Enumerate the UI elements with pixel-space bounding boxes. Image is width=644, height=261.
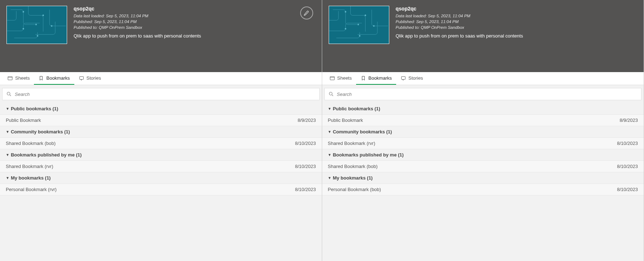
group-public[interactable]: ▼Public bookmarks (1) xyxy=(0,103,322,115)
bookmark-item[interactable]: Shared Bookmark (bob)8/10/2023 xyxy=(322,161,644,172)
chevron-down-icon: ▼ xyxy=(328,153,332,157)
item-date: 8/9/2023 xyxy=(298,118,316,123)
svg-rect-6 xyxy=(8,76,12,80)
item-name: Personal Bookmark (rvr) xyxy=(6,187,57,192)
svg-rect-15 xyxy=(330,76,334,80)
app-title: qsop2qc xyxy=(74,6,315,12)
bookmark-item[interactable]: Shared Bookmark (bob)8/10/2023 xyxy=(0,138,322,149)
chevron-down-icon: ▼ xyxy=(6,130,9,134)
pencil-icon xyxy=(303,10,310,16)
tab-bookmarks-label: Bookmarks xyxy=(46,75,70,81)
svg-point-12 xyxy=(373,25,374,27)
tab-stories[interactable]: Stories xyxy=(396,72,427,85)
meta-published-to: Published to: QMP OnPrem Sandbox xyxy=(74,25,315,30)
tab-stories[interactable]: Stories xyxy=(74,72,105,85)
search-input[interactable] xyxy=(337,92,638,97)
bookmark-icon xyxy=(38,75,44,81)
search-bar[interactable] xyxy=(2,88,320,100)
app-meta: qsop2qc Data last loaded: Sep 5, 2023, 1… xyxy=(396,6,638,72)
app-description: Qlik app to push from on prem to saas wi… xyxy=(396,33,638,39)
bookmark-item[interactable]: Public Bookmark8/9/2023 xyxy=(0,115,322,126)
bookmark-item[interactable]: Personal Bookmark (bob)8/10/2023 xyxy=(322,184,644,195)
tab-bookmarks[interactable]: Bookmarks xyxy=(356,72,396,85)
tab-stories-label: Stories xyxy=(87,75,101,81)
tab-sheets-label: Sheets xyxy=(337,75,352,81)
search-input[interactable] xyxy=(15,92,316,97)
chevron-down-icon: ▼ xyxy=(6,107,9,111)
item-name: Shared Bookmark (bob) xyxy=(6,141,56,146)
svg-point-8 xyxy=(7,92,10,95)
group-label: Bookmarks published by me (1) xyxy=(333,152,404,158)
edit-button[interactable] xyxy=(300,6,313,19)
app-header: qsop2qc Data last loaded: Sep 5, 2023, 1… xyxy=(322,0,644,72)
tab-bookmarks-label: Bookmarks xyxy=(368,75,392,81)
svg-point-13 xyxy=(345,28,346,30)
bookmark-list: ▼Public bookmarks (1) Public Bookmark8/9… xyxy=(0,103,322,261)
tab-sheets-label: Sheets xyxy=(15,75,30,81)
chevron-down-icon: ▼ xyxy=(6,176,9,180)
bookmark-item[interactable]: Shared Bookmark (rvr)8/10/2023 xyxy=(322,138,644,149)
item-date: 8/10/2023 xyxy=(617,164,638,169)
svg-point-14 xyxy=(359,35,360,36)
group-community[interactable]: ▼Community bookmarks (1) xyxy=(322,126,644,138)
item-date: 8/10/2023 xyxy=(617,187,638,192)
group-community[interactable]: ▼Community bookmarks (1) xyxy=(0,126,322,138)
bookmark-item[interactable]: Public Bookmark8/9/2023 xyxy=(322,115,644,126)
group-label: Bookmarks published by me (1) xyxy=(11,152,82,158)
group-label: Public bookmarks (1) xyxy=(11,106,58,111)
bookmark-list: ▼Public bookmarks (1) Public Bookmark8/9… xyxy=(322,103,644,261)
item-name: Public Bookmark xyxy=(328,118,363,123)
group-label: Community bookmarks (1) xyxy=(11,129,70,134)
group-label: Public bookmarks (1) xyxy=(333,106,380,111)
item-date: 8/10/2023 xyxy=(295,187,316,192)
search-icon xyxy=(328,91,334,97)
svg-rect-7 xyxy=(79,76,83,79)
meta-published-to: Published to: QMP OnPrem Sandbox xyxy=(396,25,638,30)
item-date: 8/10/2023 xyxy=(617,141,638,146)
group-label: My bookmarks (1) xyxy=(11,175,51,181)
meta-data-loaded: Data last loaded: Sep 5, 2023, 11:04 PM xyxy=(396,13,638,19)
left-pane: qsop2qc Data last loaded: Sep 5, 2023, 1… xyxy=(0,0,322,261)
stories-icon xyxy=(400,75,406,81)
item-name: Shared Bookmark (rvr) xyxy=(6,164,53,169)
meta-published: Published: Sep 5, 2023, 11:04 PM xyxy=(74,19,315,25)
svg-point-17 xyxy=(329,92,332,95)
app-header: qsop2qc Data last loaded: Sep 5, 2023, 1… xyxy=(0,0,322,72)
tabs: Sheets Bookmarks Stories xyxy=(322,72,644,85)
search-icon xyxy=(6,91,12,97)
search-bar[interactable] xyxy=(324,88,642,100)
svg-point-1 xyxy=(35,24,37,25)
app-thumbnail xyxy=(6,6,67,44)
tab-sheets[interactable]: Sheets xyxy=(3,72,34,85)
app-meta: qsop2qc Data last loaded: Sep 5, 2023, 1… xyxy=(74,6,315,72)
meta-data-loaded: Data last loaded: Sep 5, 2023, 11:04 PM xyxy=(74,13,315,19)
item-name: Public Bookmark xyxy=(6,118,41,123)
group-published-by-me[interactable]: ▼Bookmarks published by me (1) xyxy=(0,149,322,161)
tabs: Sheets Bookmarks Stories xyxy=(0,72,322,85)
svg-point-9 xyxy=(345,11,346,13)
bookmark-item[interactable]: Shared Bookmark (rvr)8/10/2023 xyxy=(0,161,322,172)
group-public[interactable]: ▼Public bookmarks (1) xyxy=(322,103,644,115)
svg-point-5 xyxy=(37,35,38,36)
item-date: 8/9/2023 xyxy=(619,118,638,123)
app-title: qsop2qc xyxy=(396,6,638,12)
tab-bookmarks[interactable]: Bookmarks xyxy=(34,72,74,85)
svg-point-11 xyxy=(364,15,366,16)
group-label: My bookmarks (1) xyxy=(333,175,373,181)
stories-icon xyxy=(79,75,84,81)
item-name: Shared Bookmark (bob) xyxy=(328,164,378,169)
sheets-icon xyxy=(329,75,335,81)
chevron-down-icon: ▼ xyxy=(328,176,332,180)
tab-sheets[interactable]: Sheets xyxy=(325,72,356,85)
group-label: Community bookmarks (1) xyxy=(333,129,392,134)
bookmark-item[interactable]: Personal Bookmark (rvr)8/10/2023 xyxy=(0,184,322,195)
sheets-icon xyxy=(7,75,13,81)
group-my-bookmarks[interactable]: ▼My bookmarks (1) xyxy=(322,172,644,184)
group-my-bookmarks[interactable]: ▼My bookmarks (1) xyxy=(0,172,322,184)
svg-point-2 xyxy=(43,15,44,16)
svg-point-4 xyxy=(23,28,24,30)
item-date: 8/10/2023 xyxy=(295,164,316,169)
svg-point-3 xyxy=(51,25,52,27)
item-name: Shared Bookmark (rvr) xyxy=(328,141,375,146)
group-published-by-me[interactable]: ▼Bookmarks published by me (1) xyxy=(322,149,644,161)
